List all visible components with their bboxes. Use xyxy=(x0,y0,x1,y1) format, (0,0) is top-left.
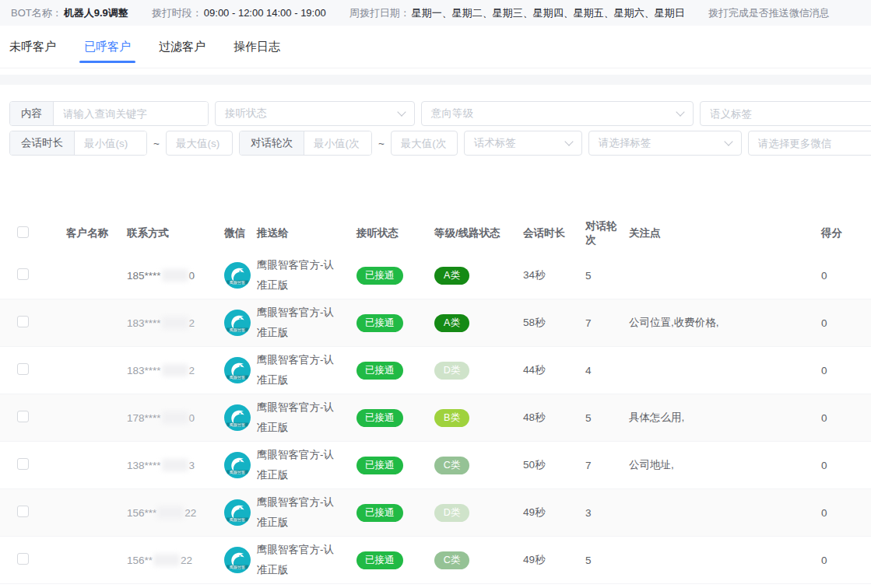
tag-select[interactable]: 请选择标签 xyxy=(588,131,742,156)
row-checkbox-cell xyxy=(0,411,47,425)
redacted-phone-digits xyxy=(162,317,188,329)
intent-level-select[interactable]: 意向等级 xyxy=(421,101,694,126)
grade-cell: C类 xyxy=(425,457,511,474)
grade-badge: B类 xyxy=(434,409,469,427)
row-checkbox[interactable] xyxy=(17,506,29,517)
row-checkbox[interactable] xyxy=(17,411,29,422)
chevron-down-icon xyxy=(676,107,684,116)
filter-row-2: 会话时长 ~ 对话轮次 ~ 话术标签 请选择标签 xyxy=(9,131,862,156)
push-wechat-label: 拨打完成是否推送微信消息 xyxy=(708,6,830,20)
session-duration-cell: 49秒 xyxy=(511,506,573,520)
row-checkbox[interactable] xyxy=(17,316,29,327)
push-wechat-item: 拨打完成是否推送微信消息 xyxy=(708,6,830,20)
rounds-max-input[interactable] xyxy=(391,131,458,156)
select-all-checkbox[interactable] xyxy=(17,226,29,238)
svg-text:鹰眼智客: 鹰眼智客 xyxy=(230,470,245,475)
redacted-phone-digits xyxy=(162,411,188,424)
duration-max-input[interactable] xyxy=(166,131,233,156)
contact-phone-cell: 156***22 xyxy=(109,506,218,519)
svg-text:鹰眼智客: 鹰眼智客 xyxy=(230,565,245,570)
session-duration-group: 会话时长 xyxy=(9,131,147,156)
intent-level-placeholder: 意向等级 xyxy=(431,107,473,121)
semantic-tag-input[interactable] xyxy=(700,101,871,126)
bot-name-value: 机器人9.9调整 xyxy=(64,6,128,20)
bot-name-label: BOT名称： xyxy=(11,6,62,20)
dialog-rounds-cell: 7 xyxy=(573,460,624,471)
pushed-to-cell: 鹰眼智客官方-认准正版 xyxy=(251,350,349,391)
pushed-to-cell: 鹰眼智客官方-认准正版 xyxy=(251,492,349,534)
table-row: 185****0 鹰眼智客 鹰眼智客官方-认准正版 已接通 A类 34秒 5 0 xyxy=(0,252,871,299)
row-checkbox[interactable] xyxy=(17,363,29,375)
dialog-rounds-label: 对话轮次 xyxy=(240,131,304,155)
svg-text:鹰眼智客: 鹰眼智客 xyxy=(230,375,245,380)
chevron-down-icon xyxy=(397,107,406,116)
phone-suffix: 3 xyxy=(189,460,195,471)
dialog-rounds-cell: 4 xyxy=(573,365,624,376)
customer-tabs: 未呼客户 已呼客户 过滤客户 操作日志 xyxy=(0,26,871,68)
grade-badge: C类 xyxy=(434,457,469,474)
row-checkbox[interactable] xyxy=(17,458,29,470)
col-header-grade-line-status: 等级/线路状态 xyxy=(425,226,511,240)
answered-status-badge: 已接通 xyxy=(356,362,403,380)
redacted-phone-digits xyxy=(162,364,188,376)
weekly-dial-days-label: 周拨打日期： xyxy=(349,6,410,20)
dialog-rounds-cell: 5 xyxy=(573,555,624,566)
tag-select-placeholder: 请选择标签 xyxy=(599,136,651,150)
grade-badge: D类 xyxy=(434,504,469,522)
rounds-range-tilde: ~ xyxy=(378,138,385,149)
content-keyword-input[interactable] xyxy=(54,102,208,125)
answered-status-badge: 已接通 xyxy=(356,457,403,474)
score-cell: 0 xyxy=(780,365,871,376)
duration-min-input[interactable] xyxy=(75,131,146,155)
row-checkbox-cell xyxy=(0,553,47,567)
session-duration-label: 会话时长 xyxy=(10,131,75,155)
tab-operation-log[interactable]: 操作日志 xyxy=(234,26,280,68)
session-duration-cell: 58秒 xyxy=(511,316,573,330)
rounds-min-input[interactable] xyxy=(304,131,371,155)
phone-suffix: 22 xyxy=(184,507,196,519)
chevron-down-icon xyxy=(724,137,732,145)
redacted-phone-digits xyxy=(162,459,188,471)
score-cell: 0 xyxy=(780,270,871,282)
table-row: 183****2 鹰眼智客 鹰眼智客官方-认准正版 已接通 A类 58秒 7 公… xyxy=(0,299,871,347)
svg-text:鹰眼智客: 鹰眼智客 xyxy=(230,422,245,428)
pushed-to-cell: 鹰眼智客官方-认准正版 xyxy=(251,445,349,486)
score-cell: 0 xyxy=(780,317,871,329)
wechat-cell: 鹰眼智客 xyxy=(218,452,251,478)
select-all-cell xyxy=(0,226,47,240)
score-cell: 0 xyxy=(780,460,871,471)
dialog-rounds-cell: 5 xyxy=(573,412,624,424)
answer-status-placeholder: 接听状态 xyxy=(225,107,267,121)
col-header-customer-name: 客户名称 xyxy=(47,226,109,240)
row-checkbox[interactable] xyxy=(17,268,29,280)
answer-status-select[interactable]: 接听状态 xyxy=(215,101,415,126)
session-duration-cell: 50秒 xyxy=(511,458,573,472)
grade-cell: D类 xyxy=(425,504,511,522)
answer-status-cell: 已接通 xyxy=(349,409,425,427)
script-tag-select[interactable]: 话术标签 xyxy=(464,131,582,156)
grade-cell: D类 xyxy=(425,362,511,380)
grade-cell: B类 xyxy=(425,409,511,427)
table-header-row: 客户名称 联系方式 微信 推送给 接听状态 等级/线路状态 会话时长 对话轮次 … xyxy=(0,215,871,252)
redacted-phone-digits xyxy=(153,554,180,566)
section-divider-band xyxy=(0,75,871,85)
row-checkbox[interactable] xyxy=(17,553,29,565)
session-duration-cell: 34秒 xyxy=(511,268,573,282)
phone-prefix: 185**** xyxy=(127,270,161,282)
session-duration-cell: 44秒 xyxy=(511,363,573,377)
col-header-focus-point: 关注点 xyxy=(624,226,780,240)
wechat-avatar-icon: 鹰眼智客 xyxy=(224,547,251,573)
tab-called-customers[interactable]: 已呼客户 xyxy=(84,26,131,68)
tab-uncalled-customers[interactable]: 未呼客户 xyxy=(9,26,56,68)
phone-suffix: 0 xyxy=(189,412,195,424)
row-checkbox-cell xyxy=(0,458,47,472)
more-wechat-input[interactable] xyxy=(748,131,871,156)
answered-status-badge: 已接通 xyxy=(356,314,403,332)
svg-text:鹰眼智客: 鹰眼智客 xyxy=(230,280,245,285)
wechat-cell: 鹰眼智客 xyxy=(218,357,251,383)
content-filter-group: 内容 xyxy=(9,101,209,126)
tab-filtered-customers[interactable]: 过滤客户 xyxy=(159,26,205,68)
col-header-contact: 联系方式 xyxy=(109,226,218,240)
grade-badge: A类 xyxy=(434,314,469,332)
wechat-avatar-icon: 鹰眼智客 xyxy=(224,404,251,431)
